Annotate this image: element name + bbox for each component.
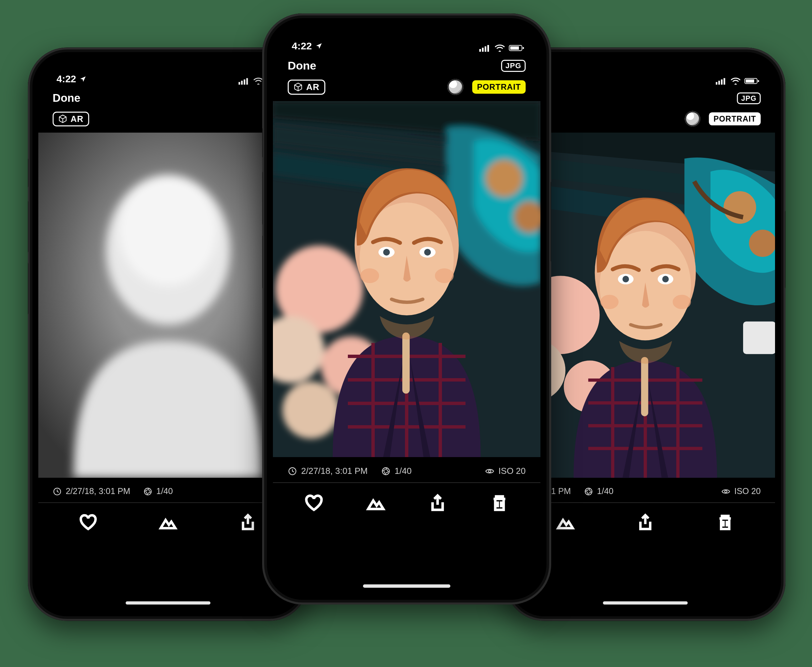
format-badge[interactable]: JPG: [737, 92, 761, 104]
aperture-icon: [143, 487, 152, 496]
nav-bar: Done JPG: [273, 55, 541, 78]
metadata-row: 2/27/18, 3:01 PM 1/40: [38, 478, 298, 500]
svg-rect-16: [724, 78, 725, 85]
meta-shutter: 1/40: [143, 486, 173, 496]
edit-button[interactable]: [356, 493, 396, 513]
svg-rect-1: [241, 81, 243, 85]
wifi-icon: [253, 78, 263, 85]
svg-rect-19: [758, 80, 759, 82]
cellular-signal-icon: [239, 78, 250, 85]
device-notch: [343, 24, 471, 45]
clock-icon: [53, 487, 62, 496]
metadata-row: 2/27/18, 3:01 PM 1/40 ISO 20: [273, 457, 541, 480]
metadata-row: 3, 3:01 PM 1/40 ISO 20: [516, 478, 775, 500]
ar-badge[interactable]: AR: [53, 111, 89, 126]
trash-icon: [715, 513, 735, 532]
nav-bar: . JPG: [516, 87, 775, 110]
svg-rect-2: [244, 79, 245, 85]
svg-point-61: [489, 470, 491, 472]
nav-bar: Done JPG: [38, 87, 298, 110]
svg-point-58: [435, 268, 454, 283]
mountains-icon: [366, 493, 386, 513]
svg-rect-43: [522, 47, 524, 49]
trash-icon: [489, 493, 509, 513]
photo-viewport-depth[interactable]: [38, 133, 298, 478]
ar-cube-icon: [293, 82, 303, 92]
location-arrow-icon: [315, 42, 323, 50]
svg-rect-15: [721, 79, 722, 85]
status-time: 4:22: [292, 40, 312, 52]
portrait-badge[interactable]: PORTRAIT: [709, 112, 760, 125]
svg-point-34: [672, 295, 691, 309]
meta-iso: ISO 20: [721, 486, 760, 496]
edit-button[interactable]: [148, 513, 188, 532]
share-button[interactable]: [418, 493, 458, 513]
eye-icon: [721, 487, 730, 496]
home-indicator[interactable]: [363, 584, 450, 588]
aperture-icon: [381, 466, 391, 476]
device-notch: [106, 58, 230, 78]
meta-shutter: 1/40: [584, 486, 613, 496]
done-button[interactable]: Done: [53, 92, 80, 105]
cellular-signal-icon: [716, 78, 727, 85]
toolbar: [38, 503, 298, 552]
delete-button[interactable]: [479, 493, 519, 513]
cellular-signal-icon: [479, 44, 491, 52]
toolbar: [273, 483, 541, 533]
svg-point-57: [360, 268, 379, 283]
meta-timestamp: 2/27/18, 3:01 PM: [288, 466, 368, 476]
share-icon: [636, 513, 655, 532]
edit-button[interactable]: [546, 513, 585, 532]
delete-button[interactable]: [706, 513, 745, 532]
svg-rect-39: [485, 46, 486, 52]
eye-icon: [485, 466, 494, 476]
toolbar: [516, 503, 775, 552]
meta-iso: ISO 20: [485, 466, 526, 476]
home-indicator[interactable]: [126, 601, 210, 604]
depth-toggle-icon[interactable]: [685, 111, 701, 127]
svg-rect-13: [716, 82, 717, 85]
svg-point-32: [662, 276, 669, 282]
aperture-icon: [584, 487, 593, 496]
phone-center: 4:22 Done: [262, 13, 551, 604]
svg-point-33: [600, 295, 618, 309]
mountains-icon: [158, 513, 178, 532]
svg-point-48: [282, 382, 339, 439]
favorite-button[interactable]: [294, 493, 334, 513]
svg-point-35: [585, 488, 592, 495]
wifi-icon: [495, 44, 505, 52]
depth-toggle-icon[interactable]: [448, 79, 463, 95]
share-icon: [428, 493, 448, 513]
photo-viewport-portrait[interactable]: [273, 101, 541, 457]
favorite-button[interactable]: [68, 513, 108, 532]
svg-rect-37: [479, 49, 481, 52]
svg-rect-26: [743, 322, 775, 354]
svg-point-36: [725, 490, 727, 493]
meta-shutter: 1/40: [381, 466, 412, 476]
portrait-badge[interactable]: PORTRAIT: [472, 80, 526, 94]
clock-icon: [288, 466, 297, 476]
device-notch: [584, 58, 707, 78]
share-button[interactable]: [228, 513, 268, 532]
format-badge[interactable]: JPG: [501, 60, 526, 72]
svg-point-49: [486, 160, 522, 197]
home-indicator[interactable]: [603, 601, 688, 604]
svg-rect-14: [718, 81, 720, 85]
status-time: 4:22: [57, 73, 76, 85]
meta-timestamp: 2/27/18, 3:01 PM: [53, 486, 130, 496]
mode-row: AR: [38, 110, 298, 133]
heart-icon: [78, 513, 98, 532]
mode-row: AR PORTRAIT: [273, 78, 541, 101]
share-button[interactable]: [626, 513, 665, 532]
mode-row: . PORTRAIT: [516, 110, 775, 133]
svg-rect-40: [488, 45, 489, 52]
wifi-icon: [730, 78, 740, 85]
battery-icon: [744, 78, 760, 85]
done-button[interactable]: Done: [288, 59, 316, 72]
svg-point-10: [119, 175, 217, 286]
svg-rect-0: [239, 82, 240, 85]
ar-badge[interactable]: AR: [288, 80, 325, 95]
share-icon: [238, 513, 258, 532]
photo-viewport-original[interactable]: [516, 133, 775, 478]
svg-point-60: [383, 468, 389, 475]
